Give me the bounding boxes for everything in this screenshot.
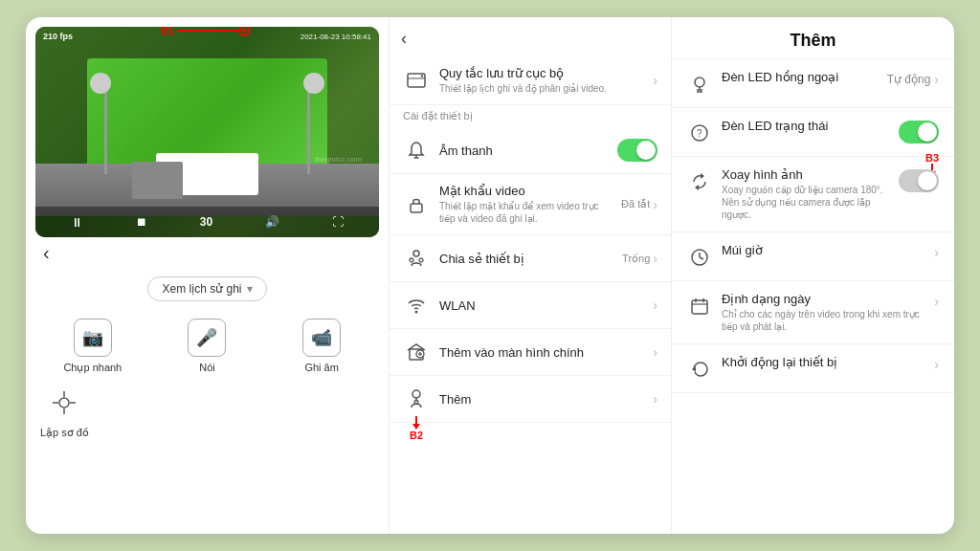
add-home-title: Thêm vào màn hình chính (439, 345, 643, 360)
them-item[interactable]: B2 Thêm › (390, 376, 671, 423)
record-icon: 📹 (302, 319, 341, 357)
add-home-chevron: › (653, 344, 657, 360)
camera-view: 210 fps 2021-08-23 10:58:41 B1 (35, 27, 379, 237)
sound-text: Âm thanh (439, 143, 608, 158)
led-status-toggle[interactable] (899, 121, 939, 143)
password-sub: Thiết lập mật khẩu để xem video trực tiế… (439, 200, 612, 225)
led-ir-title: Đèn LED hồng ngoại (722, 70, 878, 84)
svg-point-27 (695, 77, 704, 87)
snapshot-action[interactable]: 📷 Chụp nhanh (40, 319, 145, 374)
led-status-item[interactable]: ? Đèn LED trạng thái (672, 108, 954, 157)
crosshair-icon (51, 389, 78, 416)
left-back-button[interactable]: ‹ (35, 242, 57, 264)
password-text: Mật khẩu video Thiết lập mật khẩu để xem… (439, 184, 612, 225)
restart-chevron: › (934, 357, 939, 372)
timezone-title: Múi giờ (722, 243, 924, 257)
speak-action[interactable]: 🎤 Nói (155, 319, 260, 374)
rotate-toggle[interactable] (899, 169, 939, 192)
snapshot-icon: 📷 (74, 319, 112, 357)
right-panel-title: Thêm (672, 17, 954, 59)
bell-svg-icon (407, 141, 426, 160)
led-ir-right: Tự động › (887, 72, 939, 87)
wlan-item[interactable]: WLAN › (390, 282, 671, 329)
restart-title: Khởi động lại thiết bị (722, 355, 924, 369)
b2-arrow-icon (411, 416, 422, 430)
pause-btn[interactable]: ⏸ (71, 215, 83, 230)
b1-line-icon (177, 27, 254, 36)
sound-toggle[interactable] (617, 139, 657, 162)
calendar-icon (687, 294, 712, 319)
calendar-svg-icon (690, 297, 709, 316)
svg-text:?: ? (697, 128, 702, 139)
date-format-item[interactable]: Định dạng ngày Chỉ cho các ngày trên vid… (672, 281, 954, 344)
rotate-title: Xoay hình ảnh (722, 167, 889, 182)
add-home-item[interactable]: Thêm vào màn hình chính › (390, 329, 671, 376)
device-settings-label: Cài đặt thiết bị (390, 105, 671, 127)
restart-svg-icon (690, 360, 709, 379)
date-format-chevron: › (934, 294, 939, 309)
history-btn-label: Xem lịch sử ghi (162, 282, 241, 296)
b3-label: B3 (925, 152, 939, 164)
b2-label: B2 (410, 430, 423, 441)
camera-time: 2021-08-23 10:58:41 (301, 33, 371, 41)
password-icon (403, 191, 430, 218)
top-nav: ‹ (35, 237, 379, 269)
layout-label: Lập sơ đồ (40, 427, 89, 439)
add-home-text: Thêm vào màn hình chính (439, 345, 643, 360)
sound-item[interactable]: Âm thanh (390, 127, 671, 174)
storage-sub: Thiết lập lịch ghi và độ phân giải video… (439, 82, 643, 95)
timezone-right: › (934, 245, 939, 260)
storage-icon (403, 67, 430, 94)
storage-svg-icon (406, 70, 427, 91)
led-ir-chevron: › (934, 72, 939, 87)
svg-point-14 (413, 251, 419, 256)
wlan-chevron: › (653, 298, 657, 313)
storage-chevron: › (653, 73, 657, 88)
share-value: Trống (622, 253, 650, 265)
them-icon: B2 (403, 386, 430, 412)
camera-background: thegioicc.com (35, 27, 379, 237)
share-text: Chia sẻ thiết bị (439, 252, 612, 266)
video-password-item[interactable]: Mật khẩu video Thiết lập mật khẩu để xem… (390, 174, 671, 235)
local-storage-item[interactable]: Quy tắc lưu trữ cục bộ Thiết lập lịch gh… (390, 56, 671, 105)
timezone-chevron: › (934, 245, 939, 260)
share-device-item[interactable]: Chia sẻ thiết bị Trống › (390, 235, 671, 282)
wlan-text: WLAN (439, 298, 643, 313)
rotate-text: Xoay hình ảnh Xoay nguồn cấp dữ liệu cam… (722, 167, 889, 221)
rotate-image-item[interactable]: Xoay hình ảnh Xoay nguồn cấp dữ liệu cam… (672, 157, 954, 232)
camera-controls: ⏸ ⏹ 30 🔊 ⛶ (35, 207, 379, 237)
date-format-title: Định dạng ngày (722, 292, 924, 306)
rewind-btn[interactable]: 30 (200, 215, 212, 229)
timezone-item[interactable]: Múi giờ › (672, 232, 954, 281)
svg-marker-33 (701, 173, 704, 179)
stop-btn[interactable]: ⏹ (136, 215, 147, 229)
timezone-text: Múi giờ (722, 243, 924, 257)
svg-marker-34 (695, 185, 699, 190)
dropdown-icon: ▾ (247, 282, 253, 296)
view-history-button[interactable]: Xem lịch sử ghi ▾ (147, 276, 266, 301)
rotate-svg-icon (690, 172, 709, 191)
svg-point-16 (419, 258, 423, 262)
wifi-icon (403, 292, 430, 319)
share-title: Chia sẻ thiết bị (439, 252, 612, 266)
svg-line-39 (700, 257, 703, 259)
clock-svg-icon (690, 248, 709, 267)
rotate-icon (687, 169, 712, 194)
camera-watermark: thegioicc.com (315, 155, 362, 164)
them-text: Thêm (439, 392, 643, 407)
snapshot-label: Chụp nhanh (63, 362, 122, 374)
record-action[interactable]: 📹 Ghi âm (269, 319, 374, 374)
volume-btn[interactable]: 🔊 (265, 215, 279, 229)
wlan-title: WLAN (439, 298, 643, 313)
storage-text: Quy tắc lưu trữ cục bộ Thiết lập lịch gh… (439, 66, 643, 95)
middle-back-button[interactable]: ‹ (401, 29, 407, 49)
right-panel: Thêm Đèn LED hồng ngoại Tự động › (672, 17, 954, 534)
svg-rect-13 (411, 204, 422, 212)
led-ir-item[interactable]: Đèn LED hồng ngoại Tự động › (672, 59, 954, 108)
restart-item[interactable]: Khởi động lại thiết bị › (672, 344, 954, 393)
home-add-svg-icon (407, 342, 426, 362)
middle-panel: ‹ Quy tắc lưu trữ cục bộ Thiết lập lịch … (390, 17, 672, 534)
fullscreen-btn[interactable]: ⛶ (332, 215, 344, 229)
layout-action[interactable]: Lập sơ đồ (40, 384, 89, 439)
bottom-row: Lập sơ đồ (35, 384, 379, 439)
